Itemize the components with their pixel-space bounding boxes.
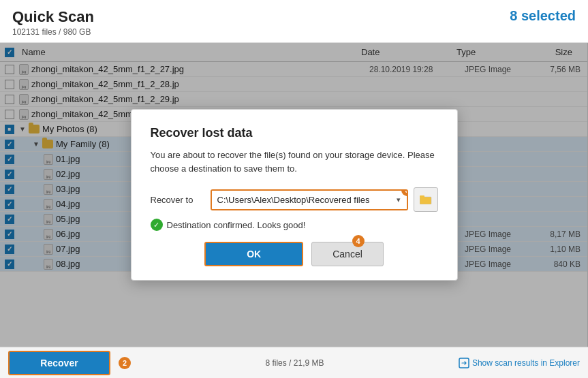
bottom-bar: Recover 2 8 files / 21,9 MB Show scan re… xyxy=(0,347,588,378)
modal-title: Recover lost data xyxy=(151,126,438,140)
svg-rect-1 xyxy=(420,195,424,198)
destination-confirmed-row: ✓ Destination confirmed. Looks good! xyxy=(151,219,438,231)
cancel-button[interactable]: Cancel xyxy=(311,242,384,266)
annotation-4-badge: 4 xyxy=(352,235,365,247)
browse-button[interactable] xyxy=(414,187,438,212)
page-title: Quick Scan xyxy=(12,8,94,26)
recover-button[interactable]: Recover xyxy=(8,351,110,375)
ok-button[interactable]: OK xyxy=(204,242,303,266)
page-subtitle: 102131 files / 980 GB xyxy=(12,27,94,37)
modal-buttons: 4 OK Cancel xyxy=(151,242,438,266)
bottom-info: 8 files / 21,9 MB xyxy=(265,358,324,368)
show-scan-icon xyxy=(459,358,469,368)
recover-to-input[interactable] xyxy=(212,191,407,209)
main-content: Name Date Type Size jpgzhongi_mitakon_42… xyxy=(0,43,588,347)
recover-dialog: Recover lost data You are about to recov… xyxy=(131,109,458,281)
show-scan-link[interactable]: Show scan results in Explorer xyxy=(459,358,580,368)
check-circle-icon: ✓ xyxy=(151,219,163,231)
header-left: Quick Scan 102131 files / 980 GB xyxy=(12,8,94,37)
modal-description: You are about to recover the file(s) fou… xyxy=(151,148,438,175)
show-scan-label: Show scan results in Explorer xyxy=(472,358,580,368)
selected-count: 8 selected xyxy=(510,8,576,24)
header-right: 8 selected xyxy=(510,8,576,24)
annotation-2-badge: 2 xyxy=(119,357,131,369)
app-header: Quick Scan 102131 files / 980 GB 8 selec… xyxy=(0,0,588,43)
recover-to-row: Recover to 3 ▾ xyxy=(151,187,438,212)
svg-rect-0 xyxy=(420,197,431,204)
modal-overlay: Recover lost data You are about to recov… xyxy=(0,43,588,347)
folder-browse-icon xyxy=(420,195,432,204)
destination-confirmed-text: Destination confirmed. Looks good! xyxy=(167,220,306,230)
recover-to-input-wrap[interactable]: 3 ▾ xyxy=(211,189,408,210)
recover-to-label: Recover to xyxy=(151,195,205,205)
